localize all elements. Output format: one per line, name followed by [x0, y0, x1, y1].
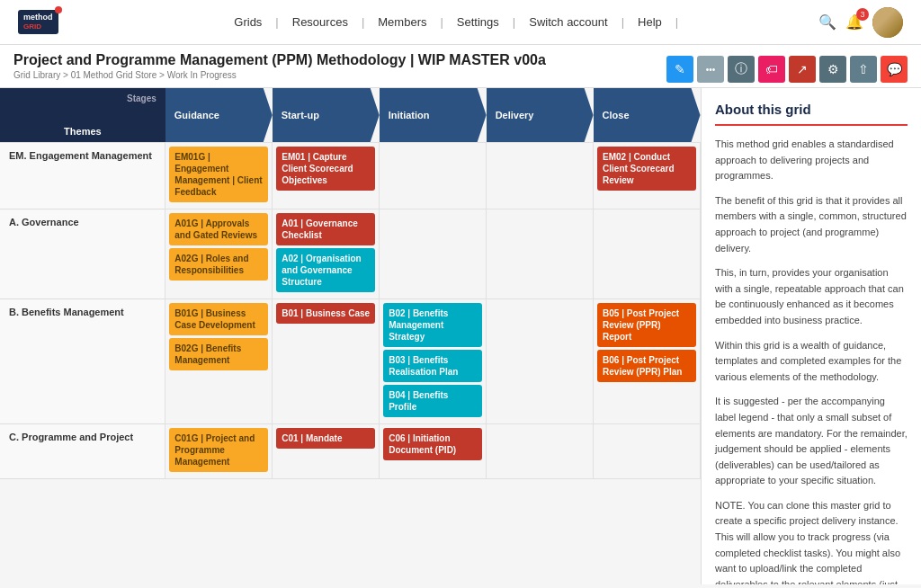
- em-guidance-cell: EM01G | Engagement Management | Client F…: [165, 143, 273, 209]
- avatar[interactable]: [872, 7, 903, 38]
- header: method GRID Grids | Resources | Members …: [0, 0, 921, 45]
- delivery-label: Delivery: [496, 110, 534, 120]
- nav-members[interactable]: Members: [369, 15, 435, 29]
- startup-header: Start-up: [273, 88, 380, 143]
- page-title: Project and Programme Management (PPM) M…: [13, 52, 546, 68]
- em01-card[interactable]: EM01 | Capture Client Scorecard Objectiv…: [276, 147, 375, 191]
- em-initiation-cell: [380, 143, 487, 209]
- governance-label: A. Governance: [0, 209, 165, 299]
- right-panel: About this grid This method grid enables…: [701, 88, 921, 584]
- programme-label: C. Programme and Project: [0, 424, 165, 479]
- prog-guidance-cell: C01G | Project and Programme Management: [165, 424, 273, 479]
- panel-para-5: It is suggested - per the accompanying l…: [715, 394, 908, 489]
- header-row: Stages Themes Guidance Start-up: [0, 88, 701, 143]
- b01-card[interactable]: B01 | Business Case: [276, 303, 375, 324]
- b05-card[interactable]: B05 | Post Project Review (PPR) Report: [597, 303, 696, 347]
- gov-guidance-cell: A01G | Approvals and Gated Reviews A02G …: [165, 209, 273, 299]
- toolbar: ✎ ••• ⓘ 🏷 ↗ ⚙ ⇧ 💬: [666, 56, 908, 83]
- gov-delivery-cell: [487, 209, 594, 299]
- a02-card[interactable]: A02 | Organisation and Governance Struct…: [276, 248, 375, 292]
- b06-card[interactable]: B06 | Post Project Review (PPR) Plan: [597, 350, 696, 382]
- prog-delivery-cell: [487, 424, 594, 479]
- nav: Grids | Resources | Members | Settings |…: [85, 15, 819, 29]
- em-label: EM. Engagement Management: [0, 143, 165, 209]
- search-icon[interactable]: 🔍: [818, 13, 836, 31]
- c01g-card[interactable]: C01G | Project and Programme Management: [169, 428, 268, 472]
- logo[interactable]: method GRID: [18, 10, 58, 35]
- ben-startup-cell: B01 | Business Case: [273, 299, 380, 424]
- c01-card[interactable]: C01 | Mandate: [276, 428, 375, 449]
- stages-themes-header: Stages Themes: [0, 88, 165, 143]
- em01g-card[interactable]: EM01G | Engagement Management | Client F…: [169, 147, 268, 202]
- stages-label: Stages: [9, 94, 156, 103]
- avatar-image: [872, 7, 903, 38]
- panel-title: About this grid: [715, 102, 908, 126]
- em-close-cell: EM02 | Conduct Client Scorecard Review: [594, 143, 701, 209]
- info-button[interactable]: ⓘ: [728, 56, 755, 83]
- close-label: Close: [603, 110, 630, 120]
- nav-help[interactable]: Help: [629, 15, 671, 29]
- nav-icons: 🔍 🔔 3: [818, 7, 903, 38]
- governance-section: A. Governance A01G | Approvals and Gated…: [0, 209, 701, 299]
- startup-label: Start-up: [282, 110, 319, 120]
- comment-button[interactable]: 💬: [881, 56, 908, 83]
- c06-card[interactable]: C06 | Initiation Document (PID): [383, 428, 482, 460]
- settings-button[interactable]: ⚙: [819, 56, 846, 83]
- panel-para-1: This method grid enables a standardised …: [715, 137, 908, 184]
- prog-close-cell: [594, 424, 701, 479]
- ben-initiation-cell: B02 | Benefits Management Strategy B03 |…: [380, 299, 487, 424]
- guidance-label: Guidance: [174, 110, 219, 120]
- close-header: Close: [594, 88, 701, 143]
- initiation-header: Initiation: [380, 88, 487, 143]
- more-button[interactable]: •••: [697, 56, 724, 83]
- b02-card[interactable]: B02 | Benefits Management Strategy: [383, 303, 482, 347]
- b03-card[interactable]: B03 | Benefits Realisation Plan: [383, 350, 482, 382]
- guidance-header: Guidance: [165, 88, 273, 143]
- initiation-label: Initiation: [389, 110, 430, 120]
- b02g-card[interactable]: B02G | Benefits Management: [169, 338, 268, 370]
- benefits-label: B. Benefits Management: [0, 299, 165, 424]
- programme-section: C. Programme and Project C01G | Project …: [0, 424, 701, 479]
- em02-card[interactable]: EM02 | Conduct Client Scorecard Review: [597, 147, 696, 191]
- panel-para-4: Within this grid is a wealth of guidance…: [715, 338, 908, 386]
- panel-para-2: The benefit of this grid is that it prov…: [715, 193, 908, 256]
- grid-table: Stages Themes Guidance Start-up: [0, 88, 701, 479]
- ben-guidance-cell: B01G | Business Case Development B02G | …: [165, 299, 273, 424]
- notification-badge: 3: [856, 8, 869, 21]
- b04-card[interactable]: B04 | Benefits Profile: [383, 385, 482, 417]
- share-button[interactable]: ⇧: [850, 56, 877, 83]
- em-startup-cell: EM01 | Capture Client Scorecard Objectiv…: [273, 143, 380, 209]
- em-delivery-cell: [487, 143, 594, 209]
- logo-box: method GRID: [18, 10, 58, 35]
- a01g-card[interactable]: A01G | Approvals and Gated Reviews: [169, 213, 268, 245]
- main-content: Stages Themes Guidance Start-up: [0, 88, 921, 584]
- logo-mark: [55, 6, 62, 13]
- a01-card[interactable]: A01 | Governance Checklist: [276, 213, 375, 245]
- nav-grids[interactable]: Grids: [225, 15, 271, 29]
- breadcrumb: Grid Library > 01 Method Grid Store > Wo…: [13, 70, 546, 80]
- page-header: Project and Programme Management (PPM) M…: [0, 45, 921, 88]
- b01g-card[interactable]: B01G | Business Case Development: [169, 303, 268, 335]
- link-button[interactable]: ↗: [789, 56, 816, 83]
- prog-startup-cell: C01 | Mandate: [273, 424, 380, 479]
- label-button[interactable]: 🏷: [758, 56, 785, 83]
- panel-para-3: This, in turn, provides your organisatio…: [715, 265, 908, 328]
- logo-text: method GRID: [23, 13, 53, 31]
- benefits-section: B. Benefits Management B01G | Business C…: [0, 299, 701, 424]
- nav-switch-account[interactable]: Switch account: [520, 15, 616, 29]
- nav-settings[interactable]: Settings: [448, 15, 508, 29]
- ben-close-cell: B05 | Post Project Review (PPR) Report B…: [594, 299, 701, 424]
- gov-startup-cell: A01 | Governance Checklist A02 | Organis…: [273, 209, 380, 299]
- ben-delivery-cell: [487, 299, 594, 424]
- bell-icon[interactable]: 🔔 3: [845, 13, 863, 31]
- nav-resources[interactable]: Resources: [283, 15, 357, 29]
- panel-para-6: NOTE. You can clone this master grid to …: [715, 498, 908, 584]
- prog-initiation-cell: C06 | Initiation Document (PID): [380, 424, 487, 479]
- edit-button[interactable]: ✎: [666, 56, 693, 83]
- themes-label: Themes: [9, 126, 156, 137]
- a02g-card[interactable]: A02G | Roles and Responsibilities: [169, 248, 268, 281]
- gov-close-cell: [594, 209, 701, 299]
- delivery-header: Delivery: [487, 88, 594, 143]
- grid-scroll[interactable]: Stages Themes Guidance Start-up: [0, 88, 701, 584]
- em-section: EM. Engagement Management EM01G | Engage…: [0, 143, 701, 209]
